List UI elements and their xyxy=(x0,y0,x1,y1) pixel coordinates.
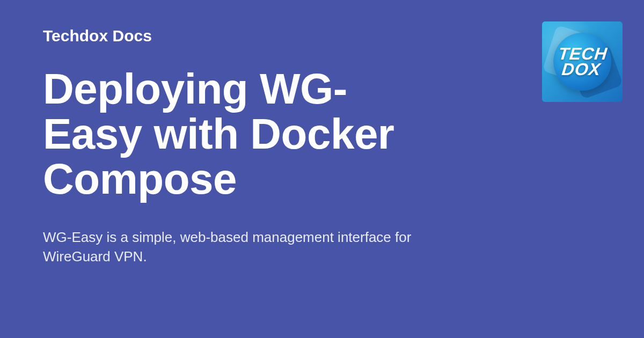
logo-text: TECH DOX xyxy=(556,46,608,78)
page-description: WG-Easy is a simple, web-based managemen… xyxy=(43,227,429,267)
brand-logo: TECH DOX xyxy=(542,21,623,102)
logo-line-2: DOX xyxy=(561,60,602,79)
page-title: Deploying WG-Easy with Docker Compose xyxy=(43,67,440,202)
site-name: Techdox Docs xyxy=(43,27,440,45)
content-area: Techdox Docs Deploying WG-Easy with Dock… xyxy=(0,0,483,293)
